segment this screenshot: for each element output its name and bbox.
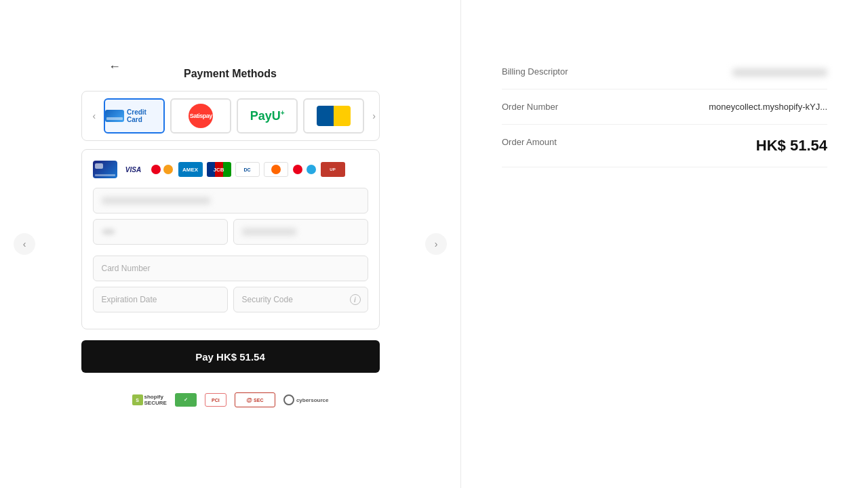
order-number-row: Order Number moneycollect.myshopify-kYJ.… — [502, 89, 827, 125]
billing-descriptor-label: Billing Descriptor — [502, 66, 568, 77]
unionpay-logo: UP — [321, 162, 345, 177]
credit-card-icon: Credit Card — [105, 108, 163, 123]
card-form-box: VISA AMEX JCB DC UP — [81, 149, 380, 329]
discover-logo — [264, 162, 288, 177]
jcb-logo: JCB — [207, 162, 231, 177]
verified-badge: ✓ — [175, 393, 197, 407]
cc-shape — [105, 110, 124, 122]
blurred-row — [93, 219, 368, 245]
blurred-field-1[interactable] — [93, 219, 228, 245]
card-main-icon — [93, 161, 117, 178]
payment-method-satispay[interactable]: Satispay — [170, 98, 231, 134]
sec-badge: @ SEC — [235, 392, 275, 407]
pci-badge: PCI — [205, 393, 226, 407]
order-number-label: Order Number — [502, 102, 558, 112]
visa-logo: VISA — [121, 162, 146, 177]
blurred-field-2[interactable] — [233, 219, 368, 245]
order-amount-label: Order Amount — [502, 137, 557, 147]
amex-logo: AMEX — [178, 162, 203, 177]
page-next-arrow[interactable]: › — [425, 233, 447, 255]
page-prev-arrow[interactable]: ‹ — [14, 233, 35, 255]
section-title: Payment Methods — [184, 68, 277, 80]
carousel-items: Credit Card Satispay PayU+ — [104, 98, 364, 134]
carousel-prev-button[interactable]: ‹ — [90, 108, 99, 124]
left-panel: ‹ › ← Payment Methods ‹ Credit Card Sati… — [0, 0, 461, 488]
mastercard-logo — [150, 162, 174, 177]
pay-button[interactable]: Pay HK$ 51.54 — [81, 340, 380, 373]
cvv-info-icon[interactable]: i — [350, 294, 361, 305]
security-code-label: Security Code — [242, 295, 293, 304]
expiry-cvv-row: Expiration Date Security Code i — [93, 287, 368, 312]
payment-method-bancontact[interactable] — [303, 98, 364, 134]
maestro-logo — [292, 162, 317, 177]
expiry-date-field[interactable]: Expiration Date — [93, 287, 228, 312]
payment-method-credit-card[interactable]: Credit Card — [104, 98, 165, 134]
card-number-label: Card Number — [102, 264, 151, 273]
back-button[interactable]: ← — [108, 60, 121, 74]
expiry-label: Expiration Date — [102, 295, 157, 304]
card-logos-row: VISA AMEX JCB DC UP — [93, 161, 368, 178]
shopify-secure-badge: S shopifySECURE — [132, 392, 167, 408]
cardholder-name-blur — [102, 197, 210, 204]
diners-logo: DC — [235, 162, 260, 177]
billing-descriptor-blur — [732, 68, 827, 77]
cybersource-badge: cybersource — [283, 392, 329, 408]
bancontact-icon — [317, 106, 351, 126]
footer-badges: S shopifySECURE ✓ PCI @ SEC cybersource — [132, 392, 329, 408]
payment-method-payu[interactable]: PayU+ — [237, 98, 298, 134]
card-number-field[interactable]: Card Number — [93, 256, 368, 281]
order-number-value: moneycollect.myshopify-kYJ... — [709, 102, 827, 112]
cardholder-name-field[interactable] — [93, 188, 368, 214]
billing-descriptor-row: Billing Descriptor — [502, 54, 827, 89]
order-amount-row: Order Amount HK$ 51.54 — [502, 125, 827, 167]
payu-icon: PayU+ — [250, 109, 285, 123]
satispay-icon: Satispay — [189, 104, 213, 128]
billing-descriptor-value — [732, 66, 827, 77]
security-code-field[interactable]: Security Code i — [233, 287, 368, 312]
payment-carousel: ‹ Credit Card Satispay PayU+ — [81, 91, 380, 141]
right-panel: Billing Descriptor Order Number moneycol… — [461, 0, 868, 488]
carousel-next-button[interactable]: › — [370, 108, 378, 124]
order-amount-value: HK$ 51.54 — [756, 137, 827, 155]
